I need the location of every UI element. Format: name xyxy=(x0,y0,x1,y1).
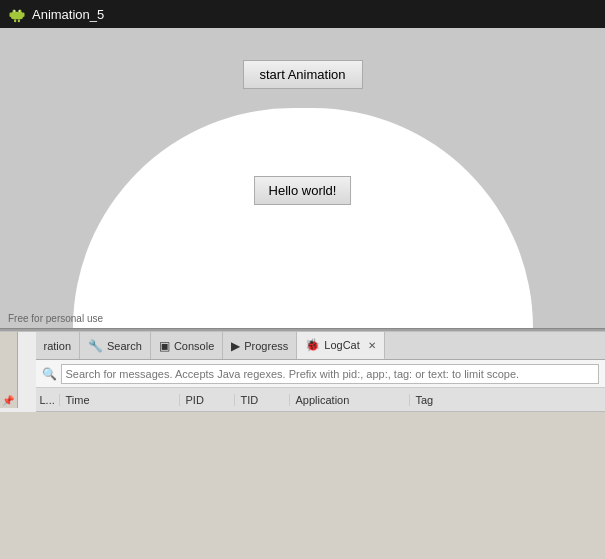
svg-rect-4 xyxy=(22,13,24,18)
tab-progress-label: Progress xyxy=(244,340,288,352)
col-header-tid: TID xyxy=(235,394,290,406)
search-bar: 🔍 xyxy=(36,360,606,388)
bottom-panel: 📌 ration 🔧 Search ▣ Console ▶ Progress 🐞… xyxy=(0,332,605,412)
logcat-search-input[interactable] xyxy=(61,364,600,384)
tab-search-label: Search xyxy=(107,340,142,352)
start-animation-button[interactable]: start Animation xyxy=(243,60,363,89)
svg-rect-5 xyxy=(14,19,16,22)
col-header-time: Time xyxy=(60,394,180,406)
svg-rect-3 xyxy=(10,13,12,18)
progress-tab-icon: ▶ xyxy=(231,339,240,353)
toolbar-pin-button[interactable]: 📌 xyxy=(0,392,16,408)
svg-point-8 xyxy=(19,10,21,12)
console-tab-icon: ▣ xyxy=(159,339,170,353)
android-icon xyxy=(8,5,26,23)
left-toolbar: 📌 xyxy=(0,332,18,408)
content-area: ration 🔧 Search ▣ Console ▶ Progress 🐞 L… xyxy=(36,332,606,412)
col-header-level: L... xyxy=(36,394,60,406)
emulator-screen: start Animation Hello world! Free for pe… xyxy=(0,28,605,328)
title-bar: Animation_5 xyxy=(0,0,605,28)
tab-logcat-label: LogCat xyxy=(324,339,359,351)
tab-declaration[interactable]: ration xyxy=(36,332,81,359)
semicircle-decoration xyxy=(73,108,533,328)
tab-console[interactable]: ▣ Console xyxy=(151,332,223,359)
svg-point-7 xyxy=(14,10,16,12)
col-header-pid: PID xyxy=(180,394,235,406)
table-header: L... Time PID TID Application Tag xyxy=(36,388,606,412)
tab-bar: ration 🔧 Search ▣ Console ▶ Progress 🐞 L… xyxy=(36,332,606,360)
col-header-application: Application xyxy=(290,394,410,406)
window-title: Animation_5 xyxy=(32,7,104,22)
search-icon[interactable]: 🔍 xyxy=(42,367,57,381)
hello-world-label: Hello world! xyxy=(254,176,352,205)
watermark-text: Free for personal use xyxy=(8,313,103,324)
logcat-tab-icon: 🐞 xyxy=(305,338,320,352)
tab-logcat[interactable]: 🐞 LogCat ✕ xyxy=(297,332,384,360)
svg-rect-6 xyxy=(18,19,20,22)
tab-progress[interactable]: ▶ Progress xyxy=(223,332,297,359)
svg-rect-2 xyxy=(11,12,23,20)
logcat-close-button[interactable]: ✕ xyxy=(368,340,376,351)
col-header-tag: Tag xyxy=(410,394,606,406)
search-tab-icon: 🔧 xyxy=(88,339,103,353)
tab-console-label: Console xyxy=(174,340,214,352)
tab-search[interactable]: 🔧 Search xyxy=(80,332,151,359)
tab-declaration-label: ration xyxy=(44,340,72,352)
